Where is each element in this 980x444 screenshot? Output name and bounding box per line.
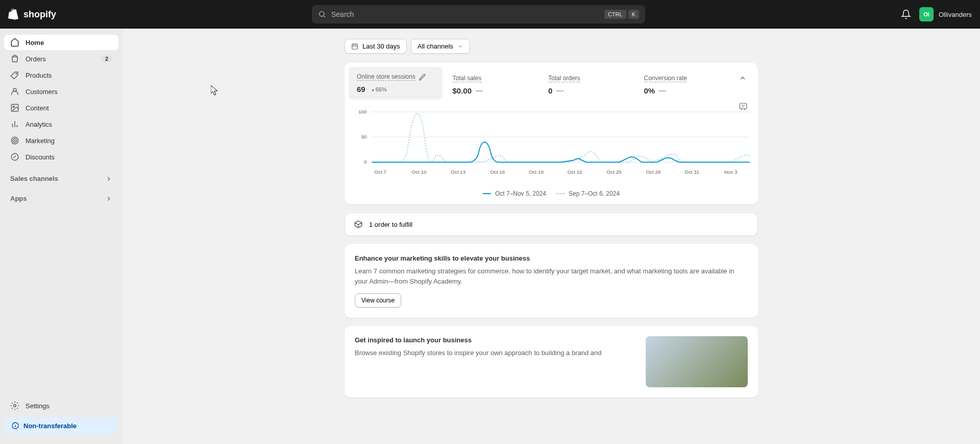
marketing-icon xyxy=(10,136,19,145)
chart-legend: Oct 7–Nov 5, 2024 Sep 7–Oct 6, 2024 xyxy=(353,184,750,200)
svg-point-7 xyxy=(14,140,15,141)
chevron-up-icon xyxy=(739,74,747,82)
user-name: Ollivanders xyxy=(939,11,972,18)
sidebar-item-customers[interactable]: Customers xyxy=(4,84,118,99)
stat-tab-conversion[interactable]: Conversion rate 0% xyxy=(636,67,730,101)
svg-point-0 xyxy=(320,12,324,16)
sidebar-item-analytics[interactable]: Analytics xyxy=(4,116,118,132)
sidebar-section-apps[interactable]: Apps xyxy=(4,192,118,205)
chevron-right-icon xyxy=(105,195,112,202)
card-title: Enhance your marketing skills to elevate… xyxy=(355,254,748,262)
nav-label: Analytics xyxy=(26,121,52,128)
info-icon xyxy=(11,422,19,430)
nav-label: Content xyxy=(26,104,49,112)
svg-text:Oct 19: Oct 19 xyxy=(529,169,544,175)
sidebar-item-marketing[interactable]: Marketing xyxy=(4,133,118,148)
date-range-button[interactable]: Last 30 days xyxy=(345,39,407,54)
sessions-chart: 100 50 0 Oct 7 Oct 10 Oct 13 Oct 16 xyxy=(349,101,754,200)
search-input[interactable] xyxy=(331,10,599,18)
svg-point-4 xyxy=(13,106,14,107)
package-icon xyxy=(354,220,363,229)
card-title: Get inspired to launch your business xyxy=(355,336,635,344)
legend-previous[interactable]: Sep 7–Oct 6, 2024 xyxy=(556,190,620,197)
svg-text:Oct 31: Oct 31 xyxy=(684,169,699,175)
chart-svg: 100 50 0 Oct 7 Oct 10 Oct 13 Oct 16 xyxy=(353,105,750,182)
svg-text:Oct 25: Oct 25 xyxy=(607,169,622,175)
main-content: Last 30 days All channels Online store s… xyxy=(122,29,980,444)
svg-rect-12 xyxy=(740,103,747,109)
gear-icon xyxy=(10,401,19,410)
channels-button[interactable]: All channels xyxy=(411,39,470,54)
orders-badge: 2 xyxy=(101,55,112,62)
stats-card: Online store sessions 69 66% Total xyxy=(345,63,758,204)
svg-text:Oct 13: Oct 13 xyxy=(451,169,465,175)
svg-text:0: 0 xyxy=(364,159,367,165)
svg-text:Oct 28: Oct 28 xyxy=(646,169,660,175)
stat-tab-sales[interactable]: Total sales $0.00 xyxy=(445,67,538,101)
nav-label: Marketing xyxy=(26,137,55,145)
chevron-down-icon xyxy=(457,43,463,50)
card-text: Browse existing Shopify stores to inspir… xyxy=(355,348,635,358)
nav-label: Settings xyxy=(26,402,50,410)
sidebar: Home Orders 2 Products Customers Content… xyxy=(0,29,122,444)
notifications-icon[interactable] xyxy=(901,9,911,19)
task-text: 1 order to fulfill xyxy=(369,221,412,228)
sidebar-item-products[interactable]: Products xyxy=(4,67,118,83)
svg-text:100: 100 xyxy=(358,109,367,114)
customers-icon xyxy=(10,87,19,96)
sidebar-item-settings[interactable]: Settings xyxy=(4,398,118,413)
svg-text:Oct 22: Oct 22 xyxy=(568,169,582,175)
user-menu[interactable]: Ol Ollivanders xyxy=(919,7,972,21)
orders-icon xyxy=(10,54,19,63)
chevron-right-icon xyxy=(105,175,112,182)
plan-badge[interactable]: Non-transferable xyxy=(4,417,118,434)
no-change-icon xyxy=(659,90,666,91)
arrow-down-icon xyxy=(370,87,375,92)
view-course-button[interactable]: View course xyxy=(355,293,401,308)
chart-line-current xyxy=(372,142,750,162)
discounts-icon xyxy=(10,152,19,161)
no-change-icon xyxy=(556,90,564,91)
inspire-image xyxy=(646,336,748,387)
svg-point-9 xyxy=(14,405,16,407)
svg-text:Oct 10: Oct 10 xyxy=(412,169,427,175)
topbar: shopify CTRL K Ol Ollivanders xyxy=(0,0,980,29)
nav-label: Discounts xyxy=(26,153,55,161)
search-shortcut: CTRL K xyxy=(604,10,639,19)
content-icon xyxy=(10,103,19,112)
nav-label: Orders xyxy=(26,55,46,63)
annotate-icon[interactable] xyxy=(739,102,748,111)
no-change-icon xyxy=(476,90,483,91)
sidebar-section-sales-channels[interactable]: Sales channels xyxy=(4,172,118,185)
logo[interactable]: shopify xyxy=(8,8,56,20)
card-text: Learn 7 common marketing strategies for … xyxy=(355,266,748,286)
sidebar-item-home[interactable]: Home xyxy=(4,35,118,50)
sidebar-item-content[interactable]: Content xyxy=(4,100,118,115)
search-bar[interactable]: CTRL K xyxy=(312,5,645,24)
legend-current[interactable]: Oct 7–Nov 5, 2024 xyxy=(483,190,546,197)
nav-label: Home xyxy=(26,39,44,46)
stat-tab-sessions[interactable]: Online store sessions 69 66% xyxy=(349,67,443,100)
nav-label: Customers xyxy=(26,88,58,96)
svg-text:Oct 7: Oct 7 xyxy=(374,169,386,175)
svg-text:Oct 16: Oct 16 xyxy=(490,169,505,175)
products-icon xyxy=(10,71,19,80)
marketing-card: Enhance your marketing skills to elevate… xyxy=(345,244,758,318)
search-icon xyxy=(318,10,326,18)
legend-line-dotted-icon xyxy=(556,193,565,194)
svg-point-1 xyxy=(16,73,17,74)
chart-line-previous xyxy=(372,113,750,162)
avatar: Ol xyxy=(919,7,934,21)
fulfill-task-card[interactable]: 1 order to fulfill xyxy=(345,213,758,236)
delta-down: 66% xyxy=(370,86,387,92)
pencil-icon[interactable] xyxy=(419,74,426,81)
analytics-icon xyxy=(10,120,19,129)
calendar-icon xyxy=(351,43,358,50)
stat-tab-orders[interactable]: Total orders 0 xyxy=(540,67,634,101)
shopify-logo-icon xyxy=(8,8,20,20)
sidebar-item-discounts[interactable]: Discounts xyxy=(4,149,118,165)
logo-text: shopify xyxy=(23,9,56,20)
sidebar-item-orders[interactable]: Orders 2 xyxy=(4,51,118,66)
svg-text:Nov 3: Nov 3 xyxy=(724,169,738,175)
collapse-button[interactable] xyxy=(734,70,751,88)
